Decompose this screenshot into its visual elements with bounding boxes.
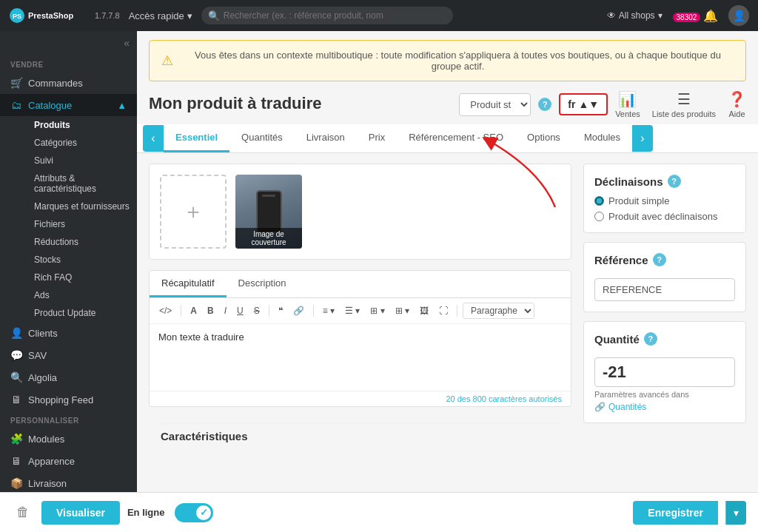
bell-icon[interactable]: 🔔 bbox=[703, 10, 718, 22]
editor-content[interactable]: Mon texte à traduire bbox=[150, 324, 571, 391]
toolbar-bold-button[interactable]: A bbox=[187, 304, 201, 317]
add-image-button[interactable]: ＋ bbox=[160, 175, 227, 249]
sidebar-item-sav[interactable]: 💬 SAV bbox=[0, 344, 137, 366]
declinaisons-title: Déclinaisons ? bbox=[594, 175, 735, 188]
toolbar-bold2-button[interactable]: B bbox=[204, 304, 218, 317]
tab-referencement[interactable]: Référencement - SEO bbox=[397, 124, 515, 152]
save-button[interactable]: Enregistrer bbox=[633, 501, 718, 525]
sidebar-item-attributs[interactable]: Attributs & caractéristiques bbox=[27, 169, 137, 198]
algolia-icon: 🔍 bbox=[10, 371, 22, 383]
toolbar-align-button[interactable]: ≡ ▾ bbox=[319, 304, 338, 317]
tab-options[interactable]: Options bbox=[515, 124, 572, 152]
product-title-input[interactable] bbox=[149, 94, 452, 115]
toolbar-link-button[interactable]: 🔗 bbox=[289, 304, 308, 317]
quantite-title-text: Quantité bbox=[594, 333, 640, 346]
sidebar-item-apparence[interactable]: 🖥 Apparence bbox=[0, 450, 137, 472]
preview-button[interactable]: Visualiser bbox=[41, 501, 120, 525]
radio-produit-simple[interactable]: Produit simple bbox=[594, 195, 735, 206]
declinaisons-help[interactable]: ? bbox=[668, 175, 681, 188]
toolbar-paragraph-select[interactable]: Paragraphe bbox=[463, 303, 534, 319]
reference-help[interactable]: ? bbox=[653, 253, 666, 266]
toolbar-table-button[interactable]: ⊞ ▾ bbox=[392, 304, 413, 317]
toolbar-code-button[interactable]: </> bbox=[155, 304, 175, 317]
reference-input[interactable] bbox=[594, 278, 735, 301]
all-shops-selector[interactable]: 👁 All shops ▾ bbox=[607, 10, 663, 21]
sidebar-label-livraison: Livraison bbox=[28, 478, 67, 489]
help-icon: ❓ bbox=[728, 90, 746, 108]
toolbar-image-button[interactable]: 🖼 bbox=[416, 304, 432, 317]
radio-produit-simple-input[interactable] bbox=[594, 196, 604, 206]
save-dropdown-button[interactable]: ▾ bbox=[725, 501, 746, 525]
footer-bar: 🗑 Visualiser En ligne ✓ Enregistrer ▾ bbox=[0, 492, 758, 532]
sidebar-label-fichiers: Fichiers bbox=[34, 219, 65, 229]
sidebar-item-produits[interactable]: Produits bbox=[27, 116, 137, 134]
aide-button[interactable]: ❓ Aide bbox=[728, 90, 746, 118]
tabs-next-button[interactable]: › bbox=[632, 125, 653, 152]
eye-icon: 👁 bbox=[607, 10, 616, 21]
caracteristiques-title: Caractéristiques bbox=[161, 423, 560, 445]
declinaisons-panel: Déclinaisons ? Produit simple Produit av… bbox=[583, 164, 746, 233]
online-toggle[interactable]: ✓ bbox=[175, 503, 213, 522]
sidebar-item-modules[interactable]: 🧩 Modules bbox=[0, 428, 137, 450]
quantity-input[interactable] bbox=[594, 357, 735, 387]
sidebar-label-apparence: Apparence bbox=[28, 456, 75, 467]
quantite-panel: Quantité ? Paramètres avancés dans 🔗 Qua… bbox=[583, 321, 746, 423]
search-input[interactable] bbox=[201, 7, 453, 24]
toolbar-list2-button[interactable]: ⊞ ▾ bbox=[366, 304, 388, 317]
product-tabs: ‹ Essentiel Quantités Livraison Prix Réf… bbox=[137, 124, 758, 153]
toolbar-italic-button[interactable]: I bbox=[221, 304, 230, 317]
delete-button[interactable]: 🗑 bbox=[12, 500, 34, 525]
search-container: 🔍 bbox=[201, 7, 453, 24]
sidebar-item-algolia[interactable]: 🔍 Algolia bbox=[0, 366, 137, 388]
chevron-down-icon: ▾ bbox=[187, 10, 192, 21]
radio-produit-declinaisons-input[interactable] bbox=[594, 212, 604, 221]
phone-speaker bbox=[262, 195, 276, 197]
modules-icon: 🧩 bbox=[10, 433, 22, 445]
tab-essentiel[interactable]: Essentiel bbox=[164, 124, 229, 152]
tab-quantites[interactable]: Quantités bbox=[229, 124, 295, 152]
sidebar-item-stocks[interactable]: Stocks bbox=[27, 251, 137, 269]
acces-rapide-menu[interactable]: Accès rapide ▾ bbox=[129, 10, 192, 21]
radio-produit-declinaisons[interactable]: Produit avec déclinaisons bbox=[594, 211, 735, 222]
product-type-select[interactable]: Produit st bbox=[459, 93, 531, 116]
toolbar-blockquote-button[interactable]: ❝ bbox=[275, 304, 286, 317]
sidebar-item-ads[interactable]: Ads bbox=[27, 286, 137, 304]
toolbar-list-button[interactable]: ☰ ▾ bbox=[341, 304, 363, 317]
user-avatar[interactable]: 👤 bbox=[728, 5, 749, 26]
liste-produits-button[interactable]: ☰ Liste des produits bbox=[652, 90, 716, 118]
clients-icon: 👤 bbox=[10, 327, 22, 339]
sidebar-item-commandes[interactable]: 🛒 Commandes bbox=[0, 72, 137, 94]
toolbar-underline-button[interactable]: U bbox=[233, 304, 247, 317]
lang-selector[interactable]: fr ▲▼ bbox=[559, 93, 608, 115]
quantites-link[interactable]: 🔗 Quantités bbox=[594, 402, 735, 412]
sidebar-item-richfaq[interactable]: Rich FAQ bbox=[27, 269, 137, 286]
sidebar-item-catalogue[interactable]: 🗂 Catalogue ▲ bbox=[0, 94, 137, 116]
sidebar-item-reductions[interactable]: Réductions bbox=[27, 233, 137, 251]
sidebar-item-productupdate[interactable]: Product Update bbox=[27, 304, 137, 322]
tab-description[interactable]: Description bbox=[227, 271, 298, 297]
sidebar-item-fichiers[interactable]: Fichiers bbox=[27, 215, 137, 233]
tab-livraison[interactable]: Livraison bbox=[295, 124, 357, 152]
sidebar-item-marques[interactable]: Marques et fournisseurs bbox=[27, 198, 137, 215]
quantite-help[interactable]: ? bbox=[644, 332, 657, 346]
sidebar-item-commandes-label: Commandes bbox=[28, 78, 83, 89]
sidebar-item-categories[interactable]: Catégories bbox=[27, 134, 137, 152]
prestashop-logo: PS PrestaShop bbox=[9, 7, 90, 24]
sidebar-item-livraison[interactable]: 📦 Livraison bbox=[0, 472, 137, 492]
sidebar-item-shoppingfeed[interactable]: 🖥 Shopping Feed bbox=[0, 388, 137, 411]
tab-prix[interactable]: Prix bbox=[357, 124, 397, 152]
sidebar-item-clients[interactable]: 👤 Clients bbox=[0, 322, 137, 344]
ventes-button[interactable]: 📊 Ventes bbox=[615, 90, 640, 118]
toolbar-strike-button[interactable]: S bbox=[250, 304, 264, 317]
toolbar-fullscreen-button[interactable]: ⛶ bbox=[435, 304, 452, 317]
tabs-prev-button[interactable]: ‹ bbox=[143, 125, 164, 152]
sidebar-label-reductions: Réductions bbox=[34, 237, 78, 247]
collapse-button[interactable]: « bbox=[124, 37, 130, 49]
chevron-down-icon: ▾ bbox=[658, 10, 663, 21]
sidebar-label-produits: Produits bbox=[34, 120, 70, 130]
tab-recapitulatif[interactable]: Récapitulatif bbox=[150, 271, 227, 297]
sidebar-item-suivi[interactable]: Suivi bbox=[27, 152, 137, 169]
tab-modules[interactable]: Modules bbox=[572, 124, 632, 152]
sidebar: « VENDRE 🛒 Commandes 🗂 Catalogue ▲ Produ… bbox=[0, 31, 137, 492]
product-type-help[interactable]: ? bbox=[538, 98, 551, 111]
